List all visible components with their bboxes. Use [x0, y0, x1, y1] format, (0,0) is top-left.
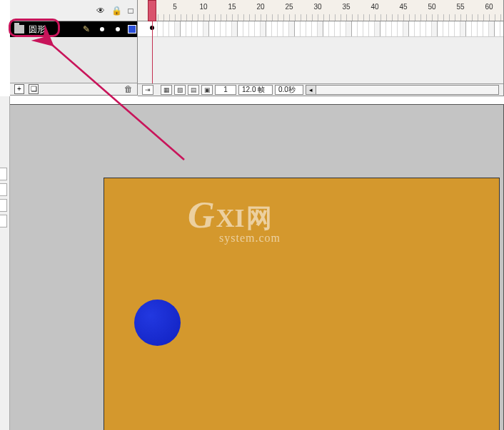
edit-multiple-button[interactable]: ▤	[188, 85, 199, 95]
layer-column-header: 👁 🔒 □	[10, 0, 137, 21]
timeline-ruler[interactable]: 151015202530354045505560	[138, 0, 503, 21]
elapsed-time-field: 0.0秒	[275, 85, 303, 95]
scroll-left-arrow[interactable]: ◂	[306, 86, 316, 94]
onion-skin-outline-button[interactable]: ▧	[174, 85, 186, 95]
eye-icon[interactable]: 👁	[96, 6, 106, 16]
tool-stub-3[interactable]	[0, 199, 7, 212]
playhead-line	[152, 21, 153, 83]
ruler-tick-label: 20	[256, 3, 264, 11]
modify-markers-button[interactable]: ▣	[201, 85, 213, 95]
canvas[interactable]: GXI网 system.com	[104, 178, 500, 430]
watermark-sub: system.com	[219, 232, 281, 245]
watermark-cn: 网	[246, 203, 272, 232]
ruler-tick-label: 10	[199, 3, 207, 11]
left-toolbar	[0, 96, 10, 430]
visibility-dot[interactable]	[100, 27, 104, 31]
delete-layer-button[interactable]: 🗑	[124, 84, 133, 94]
ruler-tick-label: 50	[428, 3, 435, 11]
frames-area: 151015202530354045505560 ⇥ ▦ ▧ ▤ ▣ 1 12.…	[138, 0, 503, 96]
tool-stub-4[interactable]	[0, 215, 7, 227]
timeline-panel: 👁 🔒 □ 圆形 ✎ + ❏ 🗑 15101520253035404550556…	[10, 0, 504, 96]
layer-name-label: 圆形	[27, 24, 137, 36]
timeline-status-bar: ⇥ ▦ ▧ ▤ ▣ 1 12.0 帧 0.0秒 ◂	[138, 83, 503, 96]
layer-color-swatch[interactable]	[128, 25, 136, 34]
ruler-tick-label: 15	[228, 3, 236, 11]
pencil-icon: ✎	[83, 24, 90, 34]
ruler-tick-label: 35	[342, 3, 350, 11]
tool-stub-1[interactable]	[0, 168, 7, 180]
layer-type-icon	[14, 25, 24, 34]
center-frame-button[interactable]: ⇥	[142, 85, 153, 95]
stage-area[interactable]: GXI网 system.com	[10, 104, 504, 430]
new-layer-button[interactable]: +	[14, 84, 24, 94]
layer-footer: + ❏ 🗑	[10, 83, 138, 96]
watermark-g: G	[188, 194, 215, 236]
timeline-scrollbar[interactable]: ◂	[306, 85, 499, 95]
watermark: GXI网 system.com	[188, 194, 281, 245]
fps-field[interactable]: 12.0 帧	[238, 85, 273, 95]
watermark-xi: XI	[216, 204, 245, 232]
lock-dot[interactable]	[116, 27, 120, 31]
ruler-tick-label: 25	[285, 3, 293, 11]
playhead[interactable]	[148, 0, 156, 21]
current-frame-field[interactable]: 1	[215, 85, 236, 95]
layer-row[interactable]: 圆形 ✎	[10, 21, 137, 37]
ruler-tick-label: 60	[485, 3, 493, 11]
tool-stub-2[interactable]	[0, 183, 7, 196]
ruler-tick-label: 5	[173, 3, 177, 11]
outline-icon[interactable]: □	[126, 6, 136, 16]
onion-skin-button[interactable]: ▦	[161, 85, 172, 95]
frame-strip[interactable]	[138, 21, 503, 37]
ruler-tick-label: 40	[371, 3, 378, 11]
ruler-tick-label: 55	[456, 3, 464, 11]
lock-icon[interactable]: 🔒	[111, 6, 121, 16]
layer-column: 👁 🔒 □ 圆形 ✎ + ❏ 🗑	[10, 0, 138, 83]
ruler-tick-label: 30	[313, 3, 321, 11]
new-folder-button[interactable]: ❏	[29, 84, 39, 94]
blue-circle-shape[interactable]	[134, 300, 181, 346]
ruler-tick-label: 45	[399, 3, 407, 11]
